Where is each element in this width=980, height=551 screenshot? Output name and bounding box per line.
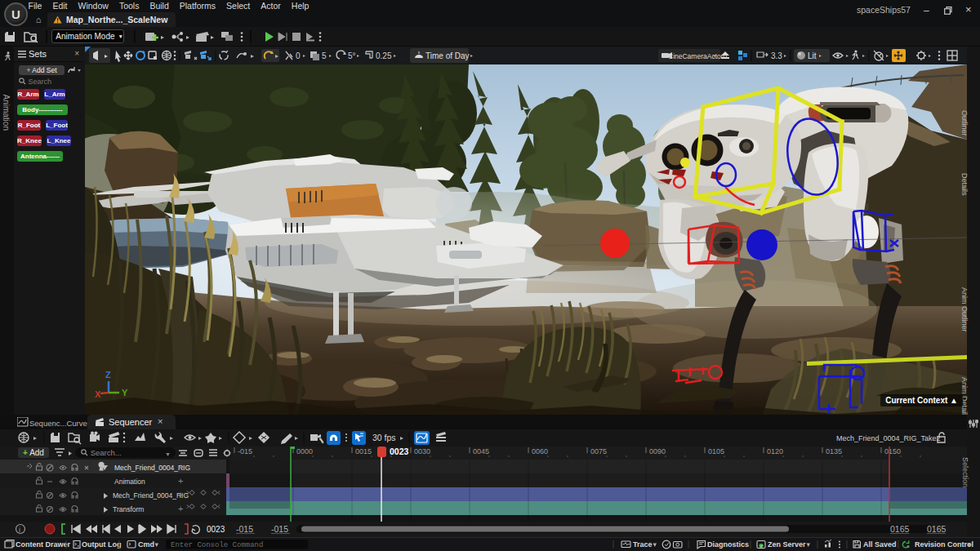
svg-text:Mech_Friend_0004_RIG_Take2: Mech_Friend_0004_RIG_Take2 [836, 434, 941, 442]
svg-text:Transform: Transform [113, 505, 144, 513]
svg-text:Revision Control: Revision Control [915, 540, 973, 549]
svg-text:3.3: 3.3 [771, 51, 782, 60]
svg-text:+: + [178, 476, 183, 486]
svg-text:+: + [178, 462, 183, 472]
svg-text:Trace: Trace [633, 540, 653, 549]
svg-text:Time of Day: Time of Day [425, 51, 470, 60]
svg-text:X: X [95, 389, 101, 399]
svg-text:Zen Server: Zen Server [768, 540, 806, 549]
svg-text:All Saved: All Saved [863, 540, 897, 549]
svg-text:Animation: Animation [114, 478, 145, 486]
svg-text:5: 5 [322, 51, 327, 60]
svg-text:+: + [178, 504, 183, 513]
svg-text:0.25: 0.25 [376, 51, 392, 60]
svg-text:0165: 0165 [890, 524, 910, 534]
svg-text:30 fps: 30 fps [372, 433, 396, 442]
svg-text:i: i [19, 526, 20, 534]
svg-text:Cmd: Cmd [138, 540, 154, 549]
svg-text:Enter Console Command: Enter Console Command [171, 541, 263, 549]
svg-text:+: + [178, 490, 183, 500]
svg-text:Diagnostics: Diagnostics [707, 540, 749, 549]
svg-text:Y: Y [122, 388, 128, 398]
svg-text:CineCameraActor0: CineCameraActor0 [668, 52, 728, 60]
svg-text:0023: 0023 [207, 525, 225, 534]
svg-text:Output Log: Output Log [82, 540, 121, 549]
svg-text:5°: 5° [348, 51, 356, 60]
svg-text:0: 0 [296, 51, 301, 60]
svg-text:Z: Z [105, 370, 111, 380]
svg-text:0165: 0165 [927, 524, 947, 534]
svg-text:-015: -015 [271, 524, 288, 534]
svg-text:-015: -015 [236, 524, 253, 534]
svg-text:Lit: Lit [808, 51, 817, 60]
svg-text:Content Drawer: Content Drawer [16, 540, 71, 549]
